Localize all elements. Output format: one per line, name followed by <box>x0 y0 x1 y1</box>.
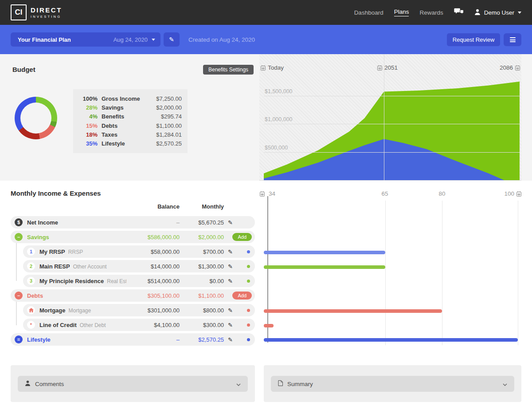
timeline-bar-main-resp <box>264 265 385 269</box>
chat-icon[interactable] <box>454 8 464 17</box>
user-menu[interactable]: Demo User <box>474 9 521 16</box>
budget-row: 100% Gross Income $7,250.00 <box>79 94 182 103</box>
ci-logo-mark: CI <box>11 4 27 20</box>
calendar-icon <box>377 65 382 71</box>
budget-label: Lifestyle <box>102 140 125 147</box>
nav-link-plans[interactable]: Plans <box>394 8 409 16</box>
y-gridline-label: $1,000,000 <box>265 116 293 122</box>
comments-accordion-toggle[interactable]: Comments <box>18 376 248 392</box>
row-label: Net Income <box>27 219 58 226</box>
row-balance: $586,000.00 <box>126 234 180 241</box>
networth-xtick-today: Today <box>268 64 284 71</box>
budget-label: Savings <box>102 104 124 111</box>
calendar-icon <box>515 65 520 71</box>
column-header-monthly: Monthly <box>180 203 224 210</box>
add-savings-button[interactable]: Add <box>232 233 252 241</box>
add-debt-button[interactable]: Add <box>232 292 252 300</box>
edit-pencil-icon[interactable]: ✎ <box>228 249 233 255</box>
column-header-balance: Balance <box>126 203 180 210</box>
row-label: Lifestyle <box>27 336 51 343</box>
row-monthly: $2,570.25 <box>180 336 224 343</box>
budget-pct: 35% <box>79 140 98 147</box>
networth-xtick-2051: 2051 <box>384 64 398 71</box>
budget-label: Debts <box>102 122 117 129</box>
nav-link-rewards[interactable]: Rewards <box>419 9 443 16</box>
budget-pct: 18% <box>79 131 98 138</box>
dollar-icon: $ <box>15 218 23 226</box>
brand-logo[interactable]: CI DIRECT INVESTING <box>11 4 62 20</box>
row-color-dot <box>247 250 250 253</box>
edit-pencil-icon[interactable]: ✎ <box>228 278 233 284</box>
row-balance: $301,000.00 <box>126 307 180 314</box>
comments-label: Comments <box>35 381 64 387</box>
asterisk-icon: * <box>27 321 35 329</box>
networth-area-chart: Today 2051 2086 $1,500,000$1,000,000$500… <box>259 54 521 181</box>
edit-pencil-icon[interactable]: ✎ <box>228 337 233 343</box>
row-color-dot <box>247 265 250 268</box>
edit-pencil-icon[interactable]: ✎ <box>228 220 233 225</box>
benefits-settings-button[interactable]: Benefits Settings <box>203 65 254 75</box>
row-monthly: $800.00 <box>180 307 224 314</box>
row-balance: $58,000.00 <box>126 248 180 255</box>
brand-name-line1: DIRECT <box>31 6 62 14</box>
row-type: Real Estate <box>107 278 126 284</box>
budget-value: $7,250.00 <box>156 95 182 102</box>
edit-pencil-icon[interactable]: ✎ <box>228 322 233 328</box>
chevron-down-icon <box>236 381 241 387</box>
age-tick-34: 34 <box>269 190 275 197</box>
table-row-net-income: $ Net Income – $5,670.25 ✎ <box>11 216 255 229</box>
table-row-line-of-credit: * Line of CreditOther Debt $4,100.00 $30… <box>23 319 255 331</box>
nav-link-dashboard[interactable]: Dashboard <box>354 9 383 16</box>
collapse-minus-icon[interactable]: – <box>15 233 23 241</box>
y-gridline-label: $500,000 <box>265 145 288 151</box>
user-label: Demo User <box>484 9 514 16</box>
age-gridline-65 <box>385 201 386 345</box>
y-gridline-label: $1,500,000 <box>265 88 293 95</box>
row-monthly: $1,100.00 <box>180 292 224 299</box>
request-review-button[interactable]: Request Review <box>447 33 500 46</box>
summary-label: Summary <box>287 381 313 387</box>
summary-accordion-toggle[interactable]: Summary <box>271 376 514 392</box>
table-row-mortgage: MortgageMortgage $301,000.00 $800.00 ✎ <box>23 304 255 316</box>
plan-bar: Your Financial Plan Aug 24, 2020 ✎ Creat… <box>0 25 532 54</box>
timeline-bar-mortgage <box>264 309 442 313</box>
row-balance: $14,000.00 <box>126 263 180 270</box>
row-label: My RRSP <box>39 248 65 255</box>
row-type: Mortgage <box>69 308 91 314</box>
row-monthly: $700.00 <box>180 248 224 255</box>
timeline-bar-line-of-credit <box>264 324 274 327</box>
row-balance: – <box>126 336 180 343</box>
age-tick-80: 80 <box>438 190 445 197</box>
budget-pct: 15% <box>79 122 98 129</box>
budget-label: Gross Income <box>102 95 140 102</box>
timeline-bar-lifestyle <box>264 338 518 342</box>
budget-heading: Budget <box>12 66 35 73</box>
plan-selector[interactable]: Your Financial Plan Aug 24, 2020 <box>11 32 160 47</box>
monthly-table: $ Net Income – $5,670.25 ✎ – Savings $58… <box>11 216 255 348</box>
row-monthly: $300.00 <box>180 322 224 328</box>
collapse-minus-icon[interactable]: – <box>15 292 23 300</box>
x-gridline-2051 <box>384 54 384 181</box>
budget-row: 15% Debts $1,100.00 <box>79 121 182 130</box>
plan-menu-button[interactable] <box>504 33 521 46</box>
plan-date-dropdown[interactable]: Aug 24, 2020 <box>113 36 155 43</box>
row-type: Other Debt <box>80 322 106 328</box>
budget-value: $1,284.01 <box>156 131 182 138</box>
networth-areas <box>264 54 520 181</box>
row-type: RRSP <box>68 249 83 255</box>
row-label: Main RESP <box>39 263 70 270</box>
plan-title: Your Financial Plan <box>18 36 71 43</box>
y-gridline <box>264 152 520 153</box>
hamburger-icon <box>510 37 516 38</box>
edit-pencil-icon[interactable]: ✎ <box>228 308 233 313</box>
row-balance: $4,100.00 <box>126 322 180 328</box>
age-gridline-80 <box>442 201 442 345</box>
row-label: Line of Credit <box>39 322 77 328</box>
row-monthly: $5,670.25 <box>180 219 224 226</box>
row-monthly: $0.00 <box>180 278 224 284</box>
networth-xtick-2086: 2086 <box>500 64 513 71</box>
row-monthly: $1,300.00 <box>180 263 224 270</box>
home-icon <box>27 306 35 314</box>
edit-pencil-icon[interactable]: ✎ <box>228 264 233 269</box>
edit-plan-button[interactable]: ✎ <box>164 32 180 47</box>
